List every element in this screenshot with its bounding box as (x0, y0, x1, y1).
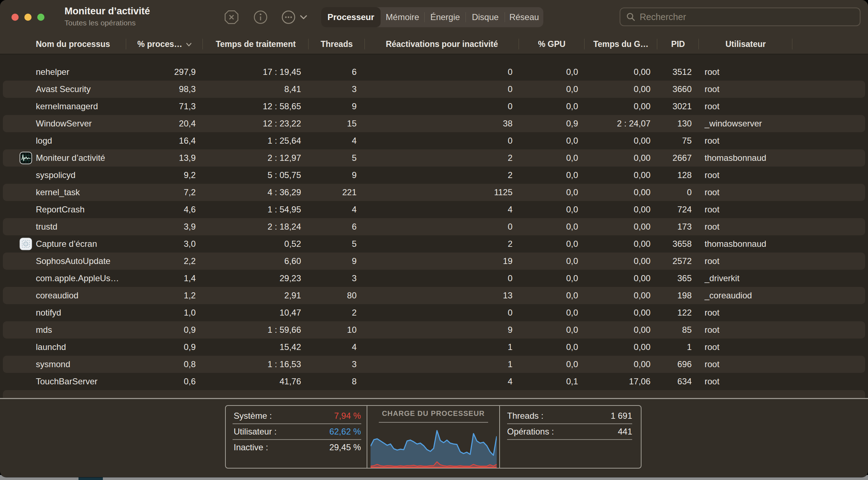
cell-gpu-percent: 0,9 (519, 115, 585, 132)
user-label: Utilisateur : (234, 424, 277, 440)
idle-label: Inactive : (234, 440, 268, 455)
chevron-down-icon[interactable] (300, 14, 307, 20)
cell-idle-wakeups: 0 (365, 304, 519, 321)
cell-threads: 3 (309, 270, 365, 287)
threads-value: 1 691 (611, 408, 632, 424)
cell-gpu-time: 0,00 (585, 184, 657, 201)
cell-cpu-time: 2,91 (203, 287, 309, 304)
cell-process-name: com.apple.AppleUs… (0, 270, 126, 287)
cell-gpu-time: 0,00 (585, 270, 657, 287)
cpu-stats-box: Système : 7,94 % Utilisateur : 62,62 % I… (225, 405, 642, 469)
cell-threads: 5 (309, 235, 365, 253)
cell-cpu-percent: 13,9 (126, 149, 203, 167)
process-table-row[interactable]: mds 0,9 1 : 59,66 10 9 0,0 0,00 85 root (0, 321, 868, 339)
cell-user: root (699, 201, 792, 218)
options-ellipsis-icon[interactable] (281, 10, 296, 25)
process-table-row[interactable]: kernelmanagerd 71,3 12 : 58,65 9 0 0,0 0… (0, 98, 868, 115)
cell-filler (792, 356, 868, 373)
cell-gpu-time: 0,00 (585, 287, 657, 304)
cell-cpu-percent: 7,2 (126, 184, 203, 201)
process-name-text: SophosAutoUpdate (36, 256, 110, 266)
process-table-row[interactable]: coreaudiod 1,2 2,91 80 13 0,0 0,00 198 _… (0, 287, 868, 304)
cell-cpu-percent: 0,6 (126, 373, 203, 390)
column-header-user[interactable]: Utilisateur (699, 34, 792, 54)
process-table-row[interactable]: trustd 3,9 2 : 18,24 6 0 0,0 0,00 173 ro… (0, 218, 868, 235)
cell-cpu-time: 1 : 16,53 (203, 356, 309, 373)
tab-reseau[interactable]: Réseau (505, 7, 543, 27)
process-table-row[interactable]: nehelper 297,9 17 : 19,45 6 0 0,0 0,00 3… (0, 63, 868, 81)
search-field[interactable] (620, 8, 860, 26)
cell-cpu-percent: 2,2 (126, 253, 203, 270)
cell-user: root (699, 373, 792, 390)
process-table-row[interactable]: WindowServer 20,4 12 : 23,22 15 38 0,9 2… (0, 115, 868, 132)
cell-pid: 198 (657, 287, 699, 304)
cell-user: root (699, 321, 792, 339)
column-header-pid[interactable]: PID (657, 34, 699, 54)
cell-user: root (699, 218, 792, 235)
search-input[interactable] (640, 12, 840, 22)
process-name-text: kernel_task (36, 187, 80, 197)
close-window-button[interactable] (11, 14, 19, 21)
column-header-gpu-time[interactable]: Temps du G… (585, 34, 657, 54)
cell-cpu-time: 8,41 (203, 81, 309, 98)
tab-processeur[interactable]: Processeur (321, 7, 381, 27)
tab-memoire[interactable]: Mémoire (381, 7, 424, 27)
process-table-row[interactable]: Avast Security 98,3 8,41 3 0 0,0 0,00 36… (0, 81, 868, 98)
cell-gpu-time: 0,00 (585, 253, 657, 270)
column-header-cpu[interactable]: % proces… (126, 34, 203, 54)
cell-filler (792, 373, 868, 390)
cell-pid: 128 (657, 167, 699, 184)
process-name-text: com.apple.AppleUs… (36, 273, 119, 283)
process-table-row[interactable]: Moniteur d’activité 13,9 2 : 12,97 5 2 0… (0, 149, 868, 167)
cell-threads: 9 (309, 167, 365, 184)
column-header-cpu-time[interactable]: Temps de traitement (203, 34, 309, 54)
cell-gpu-percent: 0,0 (519, 167, 585, 184)
cell-gpu-percent: 0,0 (519, 287, 585, 304)
tab-energie[interactable]: Énergie (425, 7, 466, 27)
column-header-gpu[interactable]: % GPU (519, 34, 585, 54)
cell-gpu-percent: 0,0 (519, 149, 585, 167)
process-table-row[interactable]: sysmond 0,8 1 : 16,53 3 1 0,0 0,00 696 r… (0, 356, 868, 373)
cell-filler (792, 339, 868, 356)
cell-process-name: trustd (0, 218, 126, 235)
cell-threads: 4 (309, 339, 365, 356)
cell-idle-wakeups: 13 (365, 287, 519, 304)
cell-filler (792, 98, 868, 115)
process-name-text: trustd (36, 222, 57, 231)
cell-user: root (699, 81, 792, 98)
cell-threads: 221 (309, 184, 365, 201)
cell-idle-wakeups: 2 (365, 235, 519, 253)
cell-cpu-time: 1 : 59,66 (203, 321, 309, 339)
cell-cpu-percent: 0,8 (126, 356, 203, 373)
process-table-row[interactable]: launchd 0,9 15,42 4 1 0,0 0,00 1 root (0, 339, 868, 356)
column-header-threads[interactable]: Threads (309, 34, 365, 54)
zoom-window-button[interactable] (37, 14, 44, 21)
cell-pid: 1 (657, 339, 699, 356)
column-header-idle-wakeups[interactable]: Réactivations pour inactivité (365, 34, 519, 54)
process-table-row[interactable]: notifyd 1,0 10,47 2 0 0,0 0,00 122 root (0, 304, 868, 321)
cell-threads: 9 (309, 98, 365, 115)
cell-cpu-percent: 0,9 (126, 339, 203, 356)
cell-user: _coreaudiod (699, 287, 792, 304)
window-title: Moniteur d’activité (65, 6, 150, 17)
process-table-row[interactable]: kernel_task 7,2 4 : 36,29 221 1125 0,0 0… (0, 184, 868, 201)
cell-pid: 696 (657, 356, 699, 373)
process-table-row[interactable]: syspolicyd 9,2 5 : 05,75 9 2 0,0 0,00 12… (0, 167, 868, 184)
cell-threads: 5 (309, 149, 365, 167)
process-table-row[interactable]: TouchBarServer 0,6 41,76 8 4 0,1 17,06 6… (0, 373, 868, 390)
cell-pid: 130 (657, 115, 699, 132)
minimize-window-button[interactable] (24, 14, 32, 21)
column-header-name[interactable]: Nom du processus (0, 34, 126, 54)
process-table-row[interactable]: SophosAutoUpdate 2,2 6,60 9 19 0,0 0,00 … (0, 253, 868, 270)
inspect-info-icon[interactable] (253, 10, 268, 25)
process-table-row[interactable]: com.apple.AppleUs… 1,4 29,23 3 0 0,0 0,0… (0, 270, 868, 287)
quit-process-x-icon[interactable] (224, 10, 239, 25)
process-table-row[interactable]: Capture d’écran 3,0 0,52 5 2 0,0 0,00 36… (0, 235, 868, 253)
cell-gpu-time: 0,00 (585, 235, 657, 253)
process-name-text: mds (36, 325, 52, 335)
process-table-row[interactable]: logd 16,4 1 : 25,64 4 0 0,0 0,00 75 root (0, 132, 868, 149)
tab-disque[interactable]: Disque (466, 7, 505, 27)
cell-process-name: ReportCrash (0, 201, 126, 218)
cell-gpu-percent: 0,0 (519, 321, 585, 339)
process-table-row[interactable]: ReportCrash 4,6 1 : 54,95 4 4 0,0 0,00 7… (0, 201, 868, 218)
